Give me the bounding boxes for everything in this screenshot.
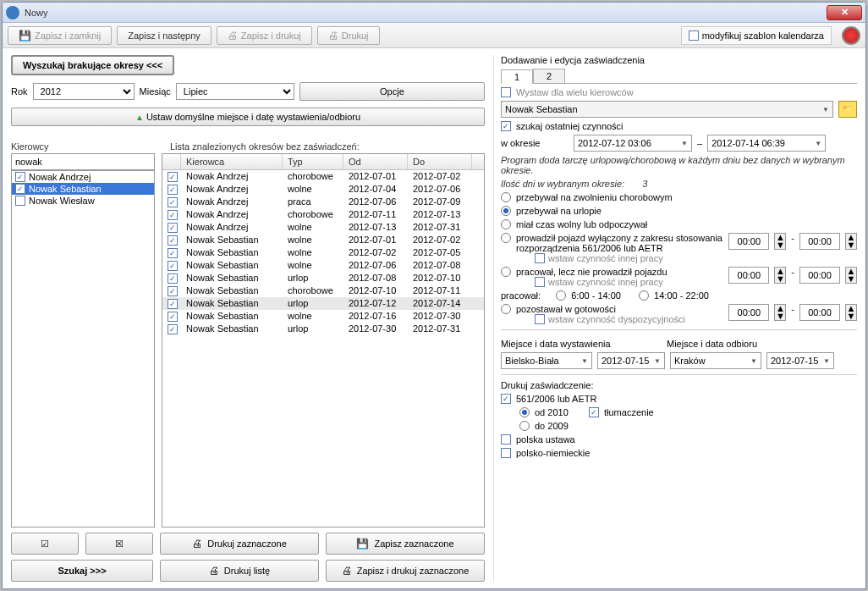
receive-date-input[interactable]: 2012-07-15▼ <box>766 352 834 369</box>
radio-od2010[interactable] <box>519 407 530 417</box>
uncheck-all-button[interactable]: ☒ <box>85 533 153 555</box>
radio-vacation[interactable] <box>501 206 511 216</box>
spinner[interactable]: ▲▼ <box>774 267 786 284</box>
check-all-button[interactable]: ☑ <box>11 533 79 555</box>
time-from-input[interactable] <box>728 304 769 321</box>
driver-list[interactable]: ✓Nowak Andrzej✓Nowak SebastianNowak Wies… <box>11 170 155 527</box>
checkbox-icon[interactable]: ✓ <box>15 184 25 194</box>
checkbox-icon[interactable]: ✓ <box>168 312 178 322</box>
radio-worked-14-22[interactable] <box>639 290 649 301</box>
table-row[interactable]: ✓Nowak Sebastianurlop2012-07-082012-07-1… <box>162 272 484 284</box>
save-print-selected-button[interactable]: Zapisz i drukuj zaznaczone <box>326 560 485 582</box>
driver-item[interactable]: ✓Nowak Sebastian <box>12 183 154 195</box>
table-row[interactable]: ✓Nowak Andrzejchorobowe2012-07-012012-07… <box>162 170 484 183</box>
print-button[interactable]: Drukuj <box>317 26 380 45</box>
time-to-input[interactable] <box>799 304 840 321</box>
period-from-input[interactable]: 2012-07-12 03:06▼ <box>574 135 692 152</box>
time-from-input[interactable] <box>728 267 769 284</box>
driver-item[interactable]: Nowak Wiesław <box>12 195 154 207</box>
period-to-input[interactable]: 2012-07-14 06:39▼ <box>707 135 826 152</box>
spinner[interactable]: ▲▼ <box>845 304 857 321</box>
checkbox-icon[interactable]: ✓ <box>168 286 178 296</box>
save-next-button[interactable]: Zapisz i następny <box>117 26 212 45</box>
checkbox-icon[interactable] <box>535 314 545 324</box>
tab-1[interactable]: 1 <box>501 69 533 84</box>
table-row[interactable]: ✓Nowak Sebastianwolne2012-07-012012-07-0… <box>162 234 484 246</box>
checkbox-icon[interactable]: ✓ <box>168 324 178 334</box>
table-row[interactable]: ✓Nowak Sebastianwolne2012-07-162012-07-3… <box>162 310 484 323</box>
checkbox-icon[interactable]: ✓ <box>168 248 178 258</box>
table-row[interactable]: ✓Nowak Andrzejwolne2012-07-132012-07-31 <box>162 221 484 234</box>
toolbar-close-button[interactable] <box>842 26 860 45</box>
spinner[interactable]: ▲▼ <box>845 233 857 250</box>
checkbox-icon[interactable] <box>535 277 545 287</box>
col-to[interactable]: Do <box>408 154 472 169</box>
tab-2[interactable]: 2 <box>533 69 565 83</box>
save-selected-button[interactable]: Zapisz zaznaczone <box>326 533 485 555</box>
checkbox-icon[interactable]: ✓ <box>168 185 178 195</box>
issue-place-input[interactable]: Bielsko-Biała▼ <box>501 352 592 369</box>
table-row[interactable]: ✓Nowak Sebastianwolne2012-07-062012-07-0… <box>162 259 484 272</box>
modify-template-check[interactable]: modyfikuj szablon kalendarza <box>681 26 832 45</box>
search-button[interactable]: Szukaj >>> <box>11 560 153 582</box>
checkbox-icon[interactable]: ✓ <box>168 235 178 246</box>
radio-do2009[interactable] <box>519 421 530 431</box>
time-to-input[interactable] <box>799 267 840 284</box>
radio-sick[interactable] <box>501 192 511 202</box>
time-to-input[interactable] <box>799 233 840 250</box>
radio-vehicle[interactable] <box>501 233 511 243</box>
issue-date-input[interactable]: 2012-07-15▼ <box>597 352 665 369</box>
checkbox-polska[interactable] <box>501 434 511 445</box>
save-print-button[interactable]: Zapisz i drukuj <box>217 26 312 45</box>
receive-place-input[interactable]: Kraków▼ <box>670 352 761 369</box>
driver-filter-input[interactable] <box>11 153 155 170</box>
radio-ready[interactable] <box>501 304 511 314</box>
checkbox-icon[interactable]: ✓ <box>168 299 178 309</box>
time-from-input[interactable] <box>728 233 769 250</box>
checkbox-icon[interactable] <box>501 87 511 97</box>
checkbox-icon[interactable] <box>15 196 25 206</box>
checkbox-icon[interactable] <box>535 253 545 263</box>
table-row[interactable]: ✓Nowak Sebastianurlop2012-07-122012-07-1… <box>162 297 484 310</box>
checkbox-icon[interactable]: ✓ <box>168 210 178 220</box>
print-selected-button[interactable]: Drukuj zaznaczone <box>160 533 319 555</box>
col-from[interactable]: Od <box>343 154 408 169</box>
table-row[interactable]: ✓Nowak Andrzejpraca2012-07-062012-07-09 <box>162 196 484 208</box>
spinner[interactable]: ▲▼ <box>845 267 857 284</box>
table-row[interactable]: ✓Nowak Sebastianurlop2012-07-302012-07-3… <box>162 323 484 335</box>
checkbox-icon[interactable]: ✓ <box>168 197 178 207</box>
spinner[interactable]: ▲▼ <box>774 304 786 321</box>
radio-worked-6-14[interactable] <box>556 290 566 301</box>
folder-button[interactable]: 📁 <box>838 101 857 118</box>
checkbox-561[interactable]: ✓ <box>501 394 511 404</box>
col-type[interactable]: Typ <box>283 154 343 169</box>
save-close-button[interactable]: Zapisz i zamknij <box>8 26 112 45</box>
print-list-button[interactable]: Drukuj listę <box>160 560 319 582</box>
checkbox-icon[interactable]: ✓ <box>501 121 511 131</box>
checkbox-icon[interactable]: ✓ <box>168 172 178 182</box>
table-row[interactable]: ✓Nowak Andrzejchorobowe2012-07-112012-07… <box>162 208 484 221</box>
checkbox-icon[interactable]: ✓ <box>168 261 178 271</box>
set-default-button[interactable]: Ustaw domyślne miejsce i datę wystawieni… <box>11 108 485 126</box>
print-icon <box>328 30 338 41</box>
spinner[interactable]: ▲▼ <box>774 233 786 250</box>
col-driver[interactable]: Kierowca <box>181 154 283 169</box>
checkbox-icon[interactable]: ✓ <box>168 273 178 284</box>
checkbox-translate[interactable]: ✓ <box>589 407 599 417</box>
radio-free[interactable] <box>501 219 511 229</box>
checkbox-polskoniem[interactable] <box>501 448 511 458</box>
table-row[interactable]: ✓Nowak Andrzejwolne2012-07-042012-07-06 <box>162 183 484 196</box>
table-row[interactable]: ✓Nowak Sebastianwolne2012-07-022012-07-0… <box>162 246 484 259</box>
window-close-button[interactable]: ✕ <box>827 5 862 20</box>
table-row[interactable]: ✓Nowak Sebastianchorobowe2012-07-102012-… <box>162 284 484 297</box>
table-body[interactable]: ✓Nowak Andrzejchorobowe2012-07-012012-07… <box>162 170 484 527</box>
driver-item[interactable]: ✓Nowak Andrzej <box>12 171 154 183</box>
checkbox-icon[interactable]: ✓ <box>15 172 25 182</box>
year-select[interactable]: 2012 <box>33 83 135 100</box>
options-button[interactable]: Opcje <box>299 82 485 101</box>
radio-worked-nodrive[interactable] <box>501 267 511 277</box>
driver-combo[interactable]: Nowak Sebastian▼ <box>501 101 833 118</box>
search-missing-button[interactable]: Wyszukaj brakujące okresy <<< <box>11 55 174 75</box>
month-select[interactable]: Lipiec <box>176 83 294 100</box>
checkbox-icon[interactable]: ✓ <box>168 223 178 233</box>
